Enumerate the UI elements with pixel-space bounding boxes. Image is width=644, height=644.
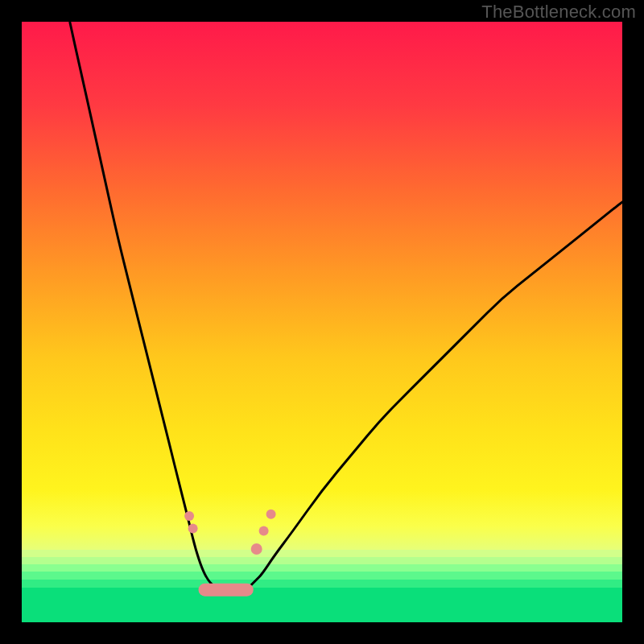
bottleneck-curve [70,22,622,592]
chart-frame: TheBottleneck.com [0,0,644,644]
marker-right-trio-upper [266,510,276,519]
marker-right-trio-mid [259,526,269,536]
marker-group [184,510,276,555]
plot-area [22,22,622,622]
marker-right-trio-lower [251,543,262,555]
marker-left-pair-lower [188,524,198,534]
watermark-text: TheBottleneck.com [481,2,636,23]
curve-layer [22,22,622,622]
marker-left-pair-upper [184,511,194,521]
